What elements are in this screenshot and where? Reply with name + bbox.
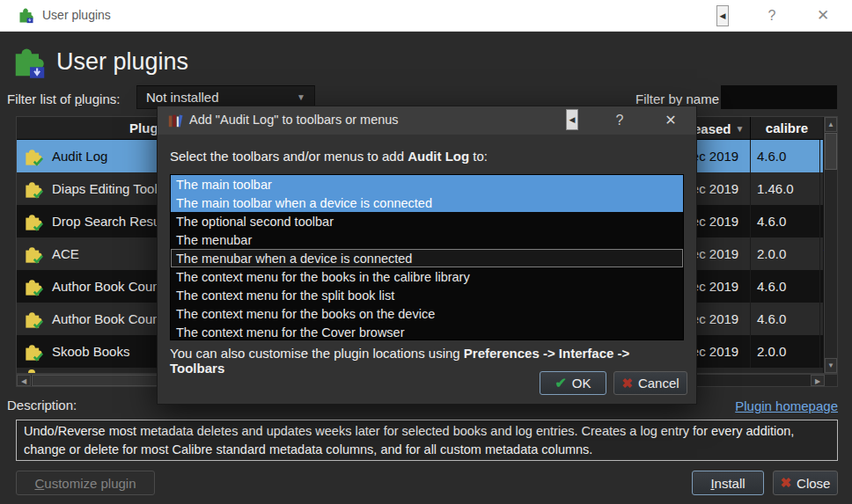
plugin-calibre-version: 4.6.0 xyxy=(750,303,823,335)
list-item[interactable]: The menubar when a device is connected xyxy=(171,249,683,267)
close-window-button[interactable]: ✕ xyxy=(808,0,838,32)
ok-button[interactable]: ✔OK xyxy=(540,371,606,395)
dialog-close-button[interactable]: ✕ xyxy=(656,106,686,135)
plugin-app-icon xyxy=(18,7,35,25)
plugin-calibre-version: 2.0.0 xyxy=(750,237,823,270)
plugin-name: ACE xyxy=(52,246,79,261)
scroll-left-icon[interactable]: ◀ xyxy=(17,375,31,386)
cancel-x-icon: ✖ xyxy=(621,376,633,391)
dialog-help-button[interactable]: ? xyxy=(606,106,633,135)
horizontal-scrollbar-thumb[interactable] xyxy=(32,375,164,386)
close-x-icon: ✖ xyxy=(781,475,792,491)
column-header-calibre[interactable]: calibre xyxy=(750,117,823,140)
plugin-icon xyxy=(24,178,46,200)
scroll-up-icon[interactable]: ▲ xyxy=(825,117,837,132)
plugin-header-icon xyxy=(12,44,48,79)
plugin-name: Skoob Books xyxy=(52,344,129,359)
window-title: User plugins xyxy=(42,8,111,22)
list-item[interactable]: The optional second toolbar xyxy=(171,212,683,230)
dialog-footnote: You can also customise the plugin locati… xyxy=(170,346,686,376)
list-item[interactable]: The main toolbar xyxy=(171,175,683,194)
plugin-icon xyxy=(24,243,46,265)
table-vertical-scrollbar[interactable]: ▲ ▼ xyxy=(824,116,838,374)
plugin-homepage-link[interactable]: Plugin homepage xyxy=(735,398,838,413)
cancel-button[interactable]: ✖Cancel xyxy=(613,371,687,395)
input-indicator-icon[interactable]: ◀ xyxy=(566,109,578,130)
page-header: User plugins xyxy=(12,44,188,79)
install-button[interactable]: Install xyxy=(692,471,764,495)
destination-list: The main toolbar The main toolbar when a… xyxy=(170,174,684,340)
scroll-down-icon[interactable]: ▼ xyxy=(825,358,837,373)
list-item[interactable]: The context menu for the books in the ca… xyxy=(171,267,683,286)
dialog-prompt: Select the toolbars and/or menus to add … xyxy=(170,149,488,164)
input-indicator-icon[interactable]: ◀ xyxy=(716,5,729,26)
plugin-name: Diaps Editing Tool xyxy=(52,181,158,196)
filter-by-name-label: Filter by name: xyxy=(635,91,723,106)
scrollbar-corner xyxy=(825,375,837,386)
dialog-titlebar: Add "Audit Log" to toolbars or menus ◀ ?… xyxy=(158,106,696,135)
page-title: User plugins xyxy=(56,48,188,76)
customize-plugin-button[interactable]: Customize plugin xyxy=(16,471,155,495)
plugin-icon xyxy=(24,210,46,232)
filter-by-name-input[interactable] xyxy=(720,84,838,110)
plugin-name: Drop Search Resul xyxy=(52,214,164,229)
close-button[interactable]: ✖Close xyxy=(773,471,838,495)
description-box: Undo/Reverse most metadata deletes and u… xyxy=(16,420,838,461)
check-icon: ✔ xyxy=(555,375,566,391)
plugin-name: Audit Log xyxy=(52,149,107,164)
add-to-toolbars-dialog: Add "Audit Log" to toolbars or menus ◀ ?… xyxy=(157,106,697,405)
calibre-books-icon xyxy=(167,113,183,128)
filter-list-label: Filter list of plugins: xyxy=(7,91,120,106)
os-titlebar: User plugins ◀ ? ✕ xyxy=(0,0,852,32)
scroll-right-icon[interactable]: ▶ xyxy=(811,375,825,386)
plugin-calibre-version: 4.6.0 xyxy=(750,270,823,303)
list-item[interactable]: The context menu for the Cover browser xyxy=(171,323,683,340)
vertical-scrollbar-thumb[interactable] xyxy=(825,133,837,170)
list-item[interactable]: The context menu for the split book list xyxy=(171,286,683,304)
sort-descending-icon: ▼ xyxy=(735,118,744,140)
plugin-name: Author Book Coun xyxy=(52,279,160,294)
plugin-calibre-version: 2.0.0 xyxy=(750,335,823,368)
description-label: Description: xyxy=(7,398,77,413)
plugin-icon xyxy=(24,340,46,362)
list-item[interactable]: The menubar xyxy=(171,230,683,249)
dialog-title: Add "Audit Log" to toolbars or menus xyxy=(189,113,399,127)
filter-list-dropdown-value: Not installed xyxy=(146,90,219,105)
plugin-calibre-version: 4.6.0 xyxy=(750,140,823,172)
plugin-name: Author Book Coun xyxy=(52,311,160,326)
plugin-icon xyxy=(24,275,46,297)
plugin-calibre-version: 1.46.0 xyxy=(750,172,823,205)
plugin-icon xyxy=(24,308,46,330)
plugin-calibre-version: 4.6.0 xyxy=(750,205,823,237)
plugin-icon xyxy=(24,145,46,167)
list-item[interactable]: The context menu for the books on the de… xyxy=(171,304,683,323)
list-item[interactable]: The main toolbar when a device is connec… xyxy=(171,194,683,212)
help-button[interactable]: ? xyxy=(759,0,785,32)
